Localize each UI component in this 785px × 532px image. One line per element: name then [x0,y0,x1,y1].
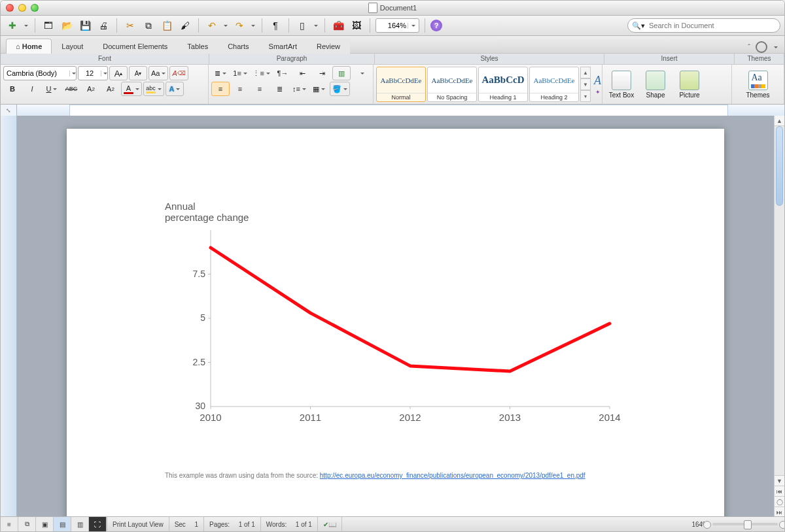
close-window-button[interactable] [6,4,14,12]
styles-scroll-down[interactable]: ▼ [580,78,591,90]
next-page-button[interactable]: ⏭ [775,507,784,517]
underline-button[interactable]: U [43,82,61,96]
scroll-thumb[interactable] [776,126,783,206]
pages-indicator[interactable]: Pages: 1 of 1 [204,517,261,531]
notebook-view-button[interactable]: ▥ [71,517,89,531]
minimize-window-button[interactable] [18,4,26,12]
font-name-dropdown-icon[interactable] [69,71,78,76]
grow-font-button[interactable]: A▴ [109,66,128,80]
numbering-button[interactable]: 1≡ [231,66,249,80]
format-painter-button[interactable]: 🖌 [177,18,193,33]
search-input[interactable] [648,21,776,30]
shrink-font-button[interactable]: A▾ [129,66,147,80]
font-size-combo[interactable] [78,66,108,80]
zoom-slider-knob[interactable] [744,520,752,529]
tab-document-elements[interactable]: Document Elements [93,39,177,54]
borders-button[interactable]: ▦ [310,82,328,96]
font-size-dropdown-icon[interactable] [101,71,109,76]
save-button[interactable]: 💾 [77,18,93,33]
scroll-up-button[interactable]: ▲ [775,116,784,126]
change-case-button[interactable]: Aa [148,66,168,80]
new-doc-dropdown[interactable] [23,23,29,29]
outline-view-button[interactable]: ⧉ [18,517,36,531]
increase-indent-button[interactable]: ⇥ [313,66,331,80]
decrease-indent-button[interactable]: ⇤ [293,66,311,80]
browse-object-button[interactable]: ◯ [775,496,784,507]
font-color-button[interactable]: A [121,82,142,96]
horizontal-ruler[interactable] [17,105,784,116]
open-button[interactable]: 📂 [59,18,75,33]
align-left-ltr-button[interactable]: ¶→ [273,66,292,80]
sidebar-toggle-button[interactable]: ▯ [294,18,310,33]
new-from-template-button[interactable]: 🗔 [41,18,56,33]
styles-scroll-up[interactable]: ▲ [580,67,591,78]
align-right-button[interactable]: ≡ [251,82,269,96]
zoom-combo[interactable] [375,18,419,33]
subscript-button[interactable]: A2 [101,82,120,96]
vertical-scrollbar[interactable]: ▲ ▼ ⏮ ◯ ⏭ [774,116,784,517]
redo-button[interactable]: ↷ [232,18,247,33]
shading-button[interactable]: 🪣 [330,82,350,96]
style-normal[interactable]: AaBbCcDdEe Normal [376,67,426,102]
tab-home[interactable]: Home [6,39,52,54]
source-link[interactable]: http://ec.europa.eu/economy_finance/publ… [320,472,585,479]
publishing-view-button[interactable]: ▣ [36,517,54,531]
scroll-down-button[interactable]: ▼ [775,475,784,486]
style-heading-2[interactable]: AaBbCcDdEe Heading 2 [529,67,579,102]
zoom-value[interactable] [376,22,408,29]
themes-button[interactable]: Aa Themes [742,66,775,103]
zoom-dropdown-icon[interactable] [408,23,419,29]
columns-dropdown[interactable] [352,66,370,80]
words-indicator[interactable]: Words: 1 of 1 [261,517,318,531]
font-size-field[interactable] [78,69,101,77]
undo-dropdown[interactable] [222,23,229,29]
style-heading-1[interactable]: AaBbCcD Heading 1 [478,67,528,102]
styles-expand[interactable]: ▾ [580,90,591,102]
prev-page-button[interactable]: ⏮ [775,486,784,496]
section-indicator[interactable]: Sec 1 [169,517,204,531]
zoom-window-button[interactable] [31,4,39,12]
font-name-combo[interactable] [3,66,77,80]
sidebar-toggle-dropdown[interactable] [313,23,319,29]
clear-formatting-button[interactable]: A⌫ [169,66,188,80]
toolbox-button[interactable]: 🧰 [330,18,346,33]
new-doc-button[interactable]: ✚ [5,18,20,33]
undo-button[interactable]: ↶ [204,18,220,33]
change-styles-button[interactable]: A✦ [593,66,602,103]
paste-button[interactable]: 📋 [159,18,175,33]
tab-charts[interactable]: Charts [218,39,258,54]
text-effects-button[interactable]: A [166,82,184,96]
zoom-slider[interactable] [712,523,778,525]
font-name-field[interactable] [4,69,69,77]
document-canvas[interactable]: Annual percentage change 7.552.530201020… [17,116,774,517]
vertical-ruler[interactable] [1,116,17,517]
insert-picture-button[interactable]: Picture [673,66,706,103]
justify-button[interactable]: ≣ [270,82,288,96]
help-button[interactable]: ? [430,20,442,31]
scroll-track[interactable] [775,126,784,475]
tab-review[interactable]: Review [307,39,350,54]
columns-button[interactable]: ▥ [332,66,351,80]
line-spacing-button[interactable]: ↕≡ [290,82,309,96]
superscript-button[interactable]: A2 [82,82,100,96]
ribbon-settings-icon[interactable] [756,41,767,53]
show-marks-button[interactable]: ¶ [268,18,283,33]
search-box[interactable]: 🔍▾ [627,18,780,33]
style-no-spacing[interactable]: AaBbCcDdEe No Spacing [427,67,477,102]
collapse-ribbon-icon[interactable]: ˆ [748,43,750,51]
gallery-button[interactable]: 🖼 [349,18,364,33]
insert-shape-button[interactable]: Shape [639,66,672,103]
copy-button[interactable]: ⧉ [141,18,156,33]
ribbon-settings-dropdown[interactable] [773,44,779,50]
print-button[interactable]: 🖨 [96,18,111,33]
insert-textbox-button[interactable]: Text Box [605,66,638,103]
align-center-button[interactable]: ≡ [231,82,249,96]
spellcheck-button[interactable]: ✔📖 [318,517,342,531]
bold-button[interactable]: B [3,82,22,96]
bullets-button[interactable]: ≣ [211,66,230,80]
print-layout-view-button[interactable]: ▤ [54,517,71,531]
italic-button[interactable]: I [23,82,41,96]
highlight-button[interactable]: abc [143,82,164,96]
tab-tables[interactable]: Tables [177,39,218,54]
multilevel-button[interactable]: ⋮≡ [251,66,272,80]
